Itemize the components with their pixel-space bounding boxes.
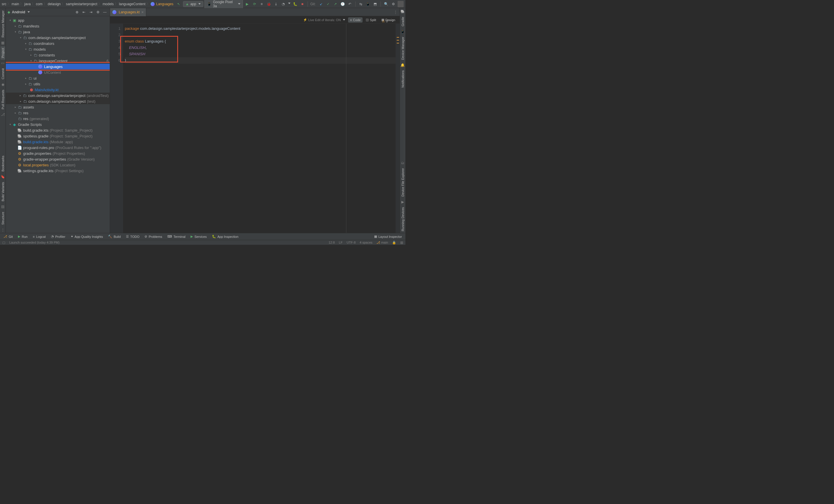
- tree-pkg-test[interactable]: ▸🗀com.delasign.samplestarterproject(test…: [6, 98, 110, 104]
- rail-gradle[interactable]: Gradle: [400, 15, 405, 28]
- bottom-logcat[interactable]: ≡Logcat: [30, 233, 48, 240]
- bottom-layout-inspector[interactable]: ▦Layout Inspector: [372, 233, 404, 240]
- crumb-com[interactable]: com: [36, 2, 43, 6]
- file-encoding[interactable]: UTF-8: [347, 241, 356, 244]
- run-config-selector[interactable]: ▲ app: [183, 1, 203, 7]
- attach-debugger-button[interactable]: ≡: [259, 1, 265, 7]
- git-commit-button[interactable]: ✓: [325, 1, 331, 7]
- bottom-build[interactable]: 🔨Build: [106, 233, 123, 240]
- bottom-git[interactable]: ⎇Git: [1, 233, 15, 240]
- panel-title[interactable]: Android: [12, 10, 25, 14]
- rail-structure[interactable]: Structure: [1, 210, 5, 227]
- problems-strip[interactable]: [396, 24, 400, 233]
- crumb-src[interactable]: src: [2, 2, 6, 6]
- tree-app[interactable]: ▾▣app: [6, 17, 110, 23]
- tree-utils[interactable]: ▸🗀utils: [6, 81, 110, 87]
- profile-dropdown-icon[interactable]: [288, 3, 290, 5]
- tree-manifests[interactable]: ▸🗀manifests: [6, 23, 110, 29]
- bottom-app-inspection[interactable]: 🐛App Inspection: [210, 233, 241, 240]
- crumb-languages[interactable]: Languages: [156, 2, 173, 6]
- rail-commit[interactable]: Commit: [1, 67, 5, 81]
- chevron-down-icon[interactable]: ˅: [392, 18, 393, 24]
- crumb-delasign[interactable]: delasign: [48, 2, 61, 6]
- tree-models[interactable]: ▾🗀models: [6, 46, 110, 52]
- line-ending[interactable]: LF: [339, 241, 343, 244]
- tree-res-gen[interactable]: 🗀res(generated): [6, 116, 110, 121]
- tree-local-props[interactable]: ⚙local.properties(SDK Location): [6, 162, 110, 168]
- image-icon[interactable]: ▦: [1, 41, 5, 45]
- crumb-languagecontent[interactable]: languageContent: [119, 2, 145, 6]
- tree-pkg-androidtest[interactable]: ▸🗀com.delasign.samplestarterproject(andr…: [6, 93, 110, 98]
- back-arrow-icon[interactable]: ↖: [176, 1, 182, 7]
- tree-languages[interactable]: Languages: [6, 64, 110, 69]
- tree-uicontent[interactable]: UIContent: [6, 69, 110, 75]
- rail-notifications[interactable]: Notifications: [400, 69, 405, 89]
- tree-wrapper-props[interactable]: ⚙gradle-wrapper.properties(Gradle Versio…: [6, 156, 110, 162]
- tree-build-gradle-proj[interactable]: 🐘build.gradle.kts(Project: Sample_Projec…: [6, 127, 110, 133]
- chevron-down-icon[interactable]: [27, 11, 30, 14]
- tree-assets[interactable]: ▸🗀assets: [6, 104, 110, 110]
- gradle-icon[interactable]: 🐘: [401, 9, 405, 14]
- variants-icon[interactable]: ▤: [1, 205, 5, 209]
- profile-button[interactable]: ◔: [280, 1, 286, 7]
- bottom-todo[interactable]: ☰TODO: [124, 233, 142, 240]
- stop-button[interactable]: ■: [300, 1, 306, 7]
- problems-indicator[interactable]: ⚠ 3 ^ ˅: [382, 18, 393, 24]
- bottom-problems[interactable]: ⊘Problems: [142, 233, 164, 240]
- tree-languagecontent[interactable]: ▾🗀languageContent6: [6, 58, 110, 64]
- tree-ui[interactable]: ▸🗀ui: [6, 75, 110, 81]
- tree-res[interactable]: ▸🗀res: [6, 110, 110, 116]
- coverage-button[interactable]: ⤓: [273, 1, 279, 7]
- tree-build-gradle-app[interactable]: 🐘build.gradle.kts(Module :app): [6, 139, 110, 145]
- tree-settings[interactable]: 🐘settings.gradle.kts(Project Settings): [6, 168, 110, 174]
- git-branch[interactable]: ⎇ main: [376, 241, 388, 245]
- collapse-icon[interactable]: ⇤: [81, 9, 87, 15]
- rail-project[interactable]: Project: [1, 46, 5, 60]
- device-selector[interactable]: 📱 Google Pixel 3a: [204, 0, 243, 9]
- tab-languages[interactable]: Languages.kt ×: [110, 8, 146, 16]
- rail-device-file-explorer[interactable]: Device File Explorer: [400, 166, 405, 198]
- tree-spotless[interactable]: 🐘spotless.gradle(Project: Sample_Project…: [6, 133, 110, 139]
- tree-java[interactable]: ▾🗀java: [6, 29, 110, 35]
- pull-request-icon[interactable]: ⎇: [1, 113, 5, 117]
- close-tab-icon[interactable]: ×: [141, 10, 144, 15]
- bottom-terminal[interactable]: ⌨Terminal: [165, 233, 188, 240]
- bottom-profiler[interactable]: ◔Profiler: [49, 233, 68, 240]
- chevron-up-icon[interactable]: ^: [389, 18, 390, 24]
- search-button[interactable]: 🔍: [383, 1, 389, 7]
- rail-device-manager[interactable]: Device Manager: [400, 35, 405, 62]
- undo-button[interactable]: ↶: [347, 1, 353, 7]
- commit-icon[interactable]: ◉: [1, 83, 5, 87]
- settings-button[interactable]: ⚙: [390, 1, 396, 7]
- tree-constants[interactable]: ▸🗀constants: [6, 52, 110, 58]
- git-push-button[interactable]: ↗: [332, 1, 338, 7]
- rail-running-devices[interactable]: Running Devices: [400, 205, 405, 233]
- debug-button[interactable]: 🐞: [266, 1, 272, 7]
- tree-proguard[interactable]: 📄proguard-rules.pro(ProGuard Rules for "…: [6, 145, 110, 151]
- rail-bookmarks[interactable]: Bookmarks: [1, 154, 5, 173]
- expand-icon[interactable]: ⇥: [88, 9, 94, 15]
- tree-pkg-main[interactable]: ▾🗀com.delasign.samplestarterproject: [6, 35, 110, 41]
- view-mode-split[interactable]: ◫Split: [364, 17, 378, 23]
- live-edit-toggle[interactable]: ⚡ Live Edit of literals: ON: [303, 18, 345, 22]
- bookmark-icon[interactable]: 🔖: [1, 175, 5, 179]
- crumb-models[interactable]: models: [103, 2, 114, 6]
- structure-icon[interactable]: ⋮: [1, 228, 5, 232]
- indent-config[interactable]: 4 spaces: [360, 241, 372, 244]
- crumb-samplestarterproject[interactable]: samplestarterproject: [66, 2, 97, 6]
- bottom-run[interactable]: ▶Run: [16, 233, 30, 240]
- lock-icon[interactable]: 🔒: [392, 241, 396, 245]
- line-gutter[interactable]: 1 2 3 4 5 6: [110, 24, 123, 233]
- view-mode-code[interactable]: ≡Code: [348, 17, 363, 23]
- folder-icon[interactable]: ▭: [1, 61, 5, 65]
- sync-gradle-button[interactable]: ⇆: [358, 1, 364, 7]
- tree-gradle-props[interactable]: ⚙gradle.properties(Project Properties): [6, 151, 110, 156]
- rail-resource-manager[interactable]: Resource Manager: [1, 9, 5, 39]
- code-editor[interactable]: package com.delasign.samplestarterprojec…: [123, 24, 396, 233]
- attach-button[interactable]: 🐛: [292, 1, 298, 7]
- warn-mark[interactable]: [397, 40, 399, 41]
- avatar[interactable]: [398, 1, 404, 7]
- crumb-main[interactable]: main: [12, 2, 19, 6]
- crumb-java[interactable]: java: [24, 2, 31, 6]
- memory-icon[interactable]: ▥: [400, 241, 403, 245]
